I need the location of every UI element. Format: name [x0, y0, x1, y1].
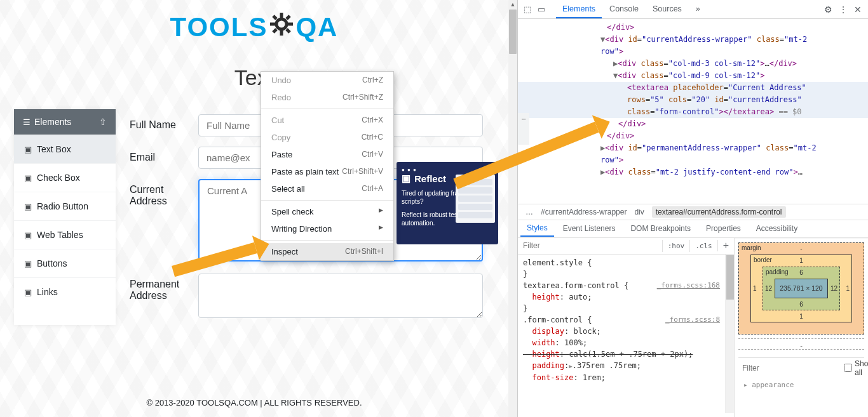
label-full-name: Full Name	[130, 114, 187, 131]
subtab-dom-breakpoints[interactable]: DOM Breakpoints	[624, 221, 697, 236]
subtab-styles[interactable]: Styles	[520, 220, 554, 237]
styles-subtabs: Styles Event Listeners DOM Breakpoints P…	[518, 220, 868, 238]
scrollbar-thumb[interactable]	[509, 10, 517, 54]
bm-padding-label: padding	[766, 268, 789, 275]
html-icon: ▣	[24, 230, 32, 240]
elements-tree[interactable]: </div> ▼<div id="currentAddress-wrapper"…	[518, 19, 868, 204]
svg-line-6	[287, 29, 290, 32]
svg-line-5	[273, 16, 276, 19]
html-icon: ▣	[24, 173, 32, 183]
device-toggle-icon[interactable]: ▭	[536, 4, 547, 14]
sidebar-item-label: Buttons	[37, 258, 67, 268]
sidebar-item-label: Links	[37, 287, 58, 297]
gear-icon	[269, 11, 294, 43]
hamburger-icon: ☰	[23, 117, 31, 127]
inspect-element-icon[interactable]: ⬚	[522, 4, 533, 14]
reflect-icon: ▣	[402, 173, 410, 184]
devtools-toolbar: ⬚ ▭ Elements Console Sources » ⚙ ⋮ ✕	[518, 0, 868, 19]
sidebar-header[interactable]: ☰Elements ⇧	[14, 109, 116, 135]
cm-paste-plain[interactable]: Paste as plain textCtrl+Shift+V	[261, 163, 393, 180]
textarea-permanent-address[interactable]	[198, 274, 483, 318]
computed-appearance[interactable]: ▸ appearance	[738, 378, 864, 392]
tab-overflow[interactable]: »	[689, 1, 707, 18]
show-all-checkbox[interactable]: Show all	[844, 359, 868, 377]
bm-border-label: border	[754, 256, 772, 263]
computed-filter-input[interactable]	[741, 362, 839, 374]
cm-undo[interactable]: UndoCtrl+Z	[261, 72, 393, 89]
crumb-ellipsis[interactable]: …	[526, 208, 533, 216]
sidebar-item-links[interactable]: ▣Links	[14, 277, 116, 306]
crumb-textarea[interactable]: textarea#currentAddress.form-control	[652, 206, 786, 218]
svg-point-0	[276, 19, 287, 29]
scroll-up-icon[interactable]: ▲	[508, 0, 517, 9]
label-current-address: Current Address	[130, 179, 187, 207]
sidebar-item-check-box[interactable]: ▣Check Box	[14, 163, 116, 192]
subtab-event-listeners[interactable]: Event Listeners	[557, 221, 622, 236]
crumb-div[interactable]: div	[634, 208, 644, 216]
sidebar-item-text-box[interactable]: ▣Text Box	[14, 135, 116, 163]
tab-sources[interactable]: Sources	[646, 1, 688, 18]
html-icon: ▣	[24, 288, 32, 297]
separator	[261, 200, 393, 201]
bm-content: 235.781 × 120	[775, 279, 828, 298]
cm-writing-direction[interactable]: Writing Direction	[261, 220, 393, 237]
separator	[261, 109, 393, 109]
cm-redo[interactable]: RedoCtrl+Shift+Z	[261, 89, 393, 106]
elements-breadcrumb[interactable]: … #currentAddress-wrapper div textarea#c…	[518, 204, 868, 220]
sidebar-header-label: Elements	[34, 117, 71, 127]
cls-toggle[interactable]: .cls	[689, 240, 717, 252]
crumb-wrapper[interactable]: #currentAddress-wrapper	[541, 208, 627, 216]
sidebar-item-buttons[interactable]: ▣Buttons	[14, 249, 116, 277]
sidebar-item-label: Web Tables	[37, 230, 83, 240]
tab-elements[interactable]: Elements	[556, 1, 602, 18]
html-icon: ▣	[24, 259, 32, 268]
cm-copy[interactable]: CopyCtrl+C	[261, 129, 393, 146]
styles-panel: :hov .cls + element.style { } _forms.scs…	[518, 238, 735, 418]
footer-text: © 2013-2020 TOOLSQA.COM | ALL RIGHTS RES…	[0, 398, 508, 407]
kebab-icon[interactable]: ⋮	[839, 4, 848, 15]
logo-text-1: TOOLS	[170, 12, 268, 43]
hov-toggle[interactable]: :hov	[662, 240, 690, 252]
collapse-icon[interactable]: ⇧	[99, 117, 107, 127]
subtab-properties[interactable]: Properties	[700, 221, 747, 236]
cm-select-all[interactable]: Select allCtrl+A	[261, 180, 393, 197]
devtools: ⬚ ▭ Elements Console Sources » ⚙ ⋮ ✕ </d…	[517, 0, 868, 417]
sidebar-item-label: Check Box	[37, 173, 80, 183]
cm-cut[interactable]: CutCtrl+X	[261, 112, 393, 129]
add-rule-icon[interactable]: +	[717, 240, 734, 251]
html-icon: ▣	[24, 202, 32, 211]
box-model-panel: margin - border 1 1 1 1 padding 6 12 12 …	[735, 238, 868, 418]
cm-paste[interactable]: PasteCtrl+V	[261, 146, 393, 163]
ad-title: Reflect	[414, 173, 446, 184]
logo-text-2: QA	[295, 12, 338, 43]
logo: TOOLS QA	[0, 0, 508, 50]
cm-spell-check[interactable]: Spell check	[261, 203, 393, 220]
separator	[261, 240, 393, 241]
settings-icon[interactable]: ⚙	[824, 4, 832, 15]
sidebar-item-radio-button[interactable]: ▣Radio Button	[14, 192, 116, 220]
page-scrollbar[interactable]: ▲	[508, 0, 517, 417]
close-icon[interactable]: ✕	[854, 4, 862, 15]
svg-line-8	[273, 29, 276, 32]
label-email: Email	[130, 147, 187, 163]
html-icon: ▣	[24, 145, 32, 154]
bm-margin-label: margin	[742, 244, 761, 251]
styles-scrollbar[interactable]	[725, 255, 734, 413]
sidebar: ☰Elements ⇧ ▣Text Box ▣Check Box ▣Radio …	[14, 109, 116, 325]
svg-line-7	[287, 16, 290, 19]
sidebar-item-label: Radio Button	[37, 201, 88, 211]
sidebar-item-label: Text Box	[37, 144, 71, 154]
subtab-accessibility[interactable]: Accessibility	[750, 221, 804, 236]
css-rules[interactable]: element.style { } _forms.scss:168textare…	[518, 255, 725, 413]
label-permanent-address: Permanent Address	[130, 274, 187, 301]
cm-inspect[interactable]: InspectCtrl+Shift+I	[261, 243, 393, 260]
sidebar-item-web-tables[interactable]: ▣Web Tables	[14, 220, 116, 249]
context-menu: UndoCtrl+Z RedoCtrl+Shift+Z CutCtrl+X Co…	[261, 71, 394, 261]
styles-filter-input[interactable]	[518, 239, 662, 253]
tab-console[interactable]: Console	[603, 1, 645, 18]
elements-gutter-icon[interactable]: ⋯	[518, 113, 529, 145]
page-title: Text	[0, 50, 508, 109]
